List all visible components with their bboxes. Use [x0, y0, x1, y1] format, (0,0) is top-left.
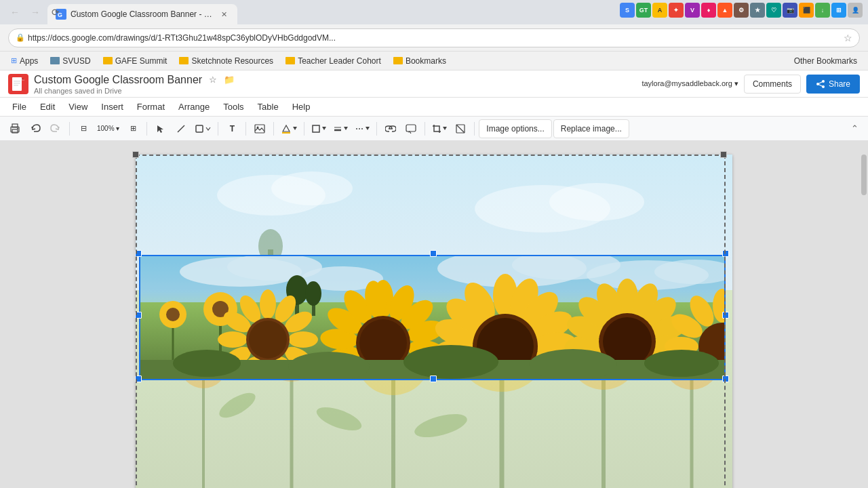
- handle-mr[interactable]: [722, 312, 729, 319]
- refresh-button[interactable]: ⟳: [46, 3, 65, 22]
- drawing-canvas: [136, 155, 732, 488]
- redo-button[interactable]: [46, 119, 65, 138]
- select-tool-button[interactable]: [151, 119, 170, 138]
- folder-location-icon[interactable]: 📁: [222, 73, 236, 87]
- menu-file[interactable]: File: [5, 99, 33, 115]
- zoom-in-button[interactable]: ⊞: [123, 119, 142, 138]
- bookmark-gafe[interactable]: GAFE Summit: [98, 55, 173, 67]
- crop-button[interactable]: [429, 119, 450, 138]
- lock-icon: 🔒: [16, 33, 25, 42]
- bookmark-apps[interactable]: ⊞ Apps: [5, 55, 43, 67]
- chevron-weight-icon: [344, 127, 348, 130]
- ext-icon-gt[interactable]: GT: [636, 3, 651, 18]
- separator-7: [376, 122, 377, 136]
- svg-point-76: [166, 308, 180, 321]
- menu-help[interactable]: Help: [285, 99, 317, 115]
- svg-rect-3: [14, 81, 20, 82]
- star-icon[interactable]: ☆: [206, 73, 220, 87]
- handle-ml[interactable]: [135, 312, 142, 319]
- border-weight-icon: [333, 124, 342, 134]
- line-icon: [176, 124, 186, 134]
- replace-image-button[interactable]: Replace image...: [553, 119, 629, 138]
- outer-handle-tl[interactable]: [132, 151, 139, 158]
- reset-image-button[interactable]: [451, 119, 470, 138]
- comment-button[interactable]: [401, 119, 420, 138]
- comment-icon: [406, 124, 416, 134]
- selected-crop-image: [139, 255, 726, 380]
- bookmark-sketchnote[interactable]: Sketchnote Resources: [174, 55, 279, 67]
- ext-icon-person[interactable]: 👤: [848, 3, 863, 18]
- image-tool-button[interactable]: [250, 119, 269, 138]
- other-bookmarks[interactable]: Other Bookmarks: [789, 55, 863, 67]
- link-button[interactable]: [381, 119, 400, 138]
- undo-button[interactable]: [26, 119, 45, 138]
- zoom-out-button[interactable]: ⊟: [74, 119, 93, 138]
- ext-icon-ext8[interactable]: 📷: [783, 3, 797, 18]
- ext-icon-ext2[interactable]: V: [685, 3, 700, 18]
- line-tool-button[interactable]: [172, 119, 191, 138]
- app-content: Custom Google Classroom Banner ☆ 📁 All c…: [0, 70, 868, 488]
- folder-icon-3: [179, 57, 189, 64]
- fill-color-button[interactable]: [278, 119, 300, 138]
- svg-rect-5: [14, 85, 18, 86]
- redo-icon: [50, 123, 61, 134]
- forward-button[interactable]: →: [26, 3, 45, 22]
- menu-format[interactable]: Format: [130, 99, 172, 115]
- svg-line-29: [456, 125, 465, 133]
- address-bar[interactable]: 🔒 https://docs.google.com/drawings/d/1-R…: [8, 28, 860, 47]
- handle-tc[interactable]: [430, 250, 437, 257]
- handle-bl[interactable]: [135, 375, 142, 382]
- comments-button[interactable]: Comments: [744, 75, 801, 94]
- border-color-icon: [311, 124, 321, 134]
- image-options-button[interactable]: Image options...: [479, 119, 551, 138]
- menu-table[interactable]: Table: [251, 99, 285, 115]
- print-button[interactable]: [5, 119, 24, 138]
- menu-edit[interactable]: Edit: [33, 99, 62, 115]
- print-icon: [9, 123, 20, 134]
- ext-icon-s[interactable]: S: [620, 3, 635, 18]
- share-button[interactable]: Share: [806, 75, 860, 94]
- ext-icon-ext9[interactable]: ⬛: [799, 3, 814, 18]
- text-tool-button[interactable]: T: [222, 119, 241, 138]
- shape-tool-button[interactable]: [192, 119, 214, 138]
- document-title[interactable]: Custom Google Classroom Banner: [34, 74, 202, 86]
- toolbar-collapse-button[interactable]: ⌃: [846, 121, 863, 137]
- ext-icon-ext4[interactable]: ▲: [717, 3, 732, 18]
- back-button[interactable]: ←: [5, 3, 24, 22]
- zoom-level-button[interactable]: 100% ▾: [94, 119, 122, 138]
- ext-icon-a[interactable]: A: [652, 3, 667, 18]
- border-color-button[interactable]: [309, 119, 329, 138]
- ext-icon-ext11[interactable]: ⊞: [831, 3, 846, 18]
- border-dash-button[interactable]: [352, 119, 372, 138]
- folder-icon-4: [285, 57, 295, 64]
- menu-arrange[interactable]: Arrange: [172, 99, 216, 115]
- bookmark-teacher[interactable]: Teacher Leader Cohort: [280, 55, 387, 67]
- bookmark-svusd[interactable]: SVUSD: [45, 55, 96, 67]
- menu-bar: File Edit View Insert Format Arrange Too…: [0, 98, 868, 117]
- home-button[interactable]: ⌂: [66, 3, 85, 22]
- handle-tr[interactable]: [722, 250, 729, 257]
- menu-view[interactable]: View: [62, 99, 94, 115]
- handle-tl[interactable]: [135, 250, 142, 257]
- handle-bc[interactable]: [430, 375, 437, 382]
- bookmark-bookmarks[interactable]: Bookmarks: [388, 55, 452, 67]
- user-email[interactable]: taylora@mysaddleback.org ▾: [642, 79, 738, 88]
- ext-icon-ext6[interactable]: ★: [750, 3, 765, 18]
- ext-icon-ext3[interactable]: ♦: [701, 3, 716, 18]
- ext-icon-ext7[interactable]: ♡: [766, 3, 781, 18]
- svg-rect-27: [406, 125, 416, 131]
- ext-icon-ext1[interactable]: ✦: [669, 3, 684, 18]
- menu-tools[interactable]: Tools: [216, 99, 250, 115]
- menu-insert[interactable]: Insert: [94, 99, 130, 115]
- scrollbar[interactable]: [860, 141, 868, 488]
- ext-icon-ext10[interactable]: ↓: [815, 3, 830, 18]
- canvas-area[interactable]: [0, 141, 868, 488]
- chevron-dash-icon: [366, 127, 370, 130]
- handle-br[interactable]: [722, 375, 729, 382]
- bookmark-star-icon[interactable]: ☆: [844, 33, 852, 43]
- outer-handle-tr[interactable]: [720, 151, 727, 158]
- ext-icon-ext5[interactable]: ⚙: [734, 3, 749, 18]
- scrollbar-thumb[interactable]: [861, 155, 867, 195]
- tab-close-button[interactable]: ✕: [218, 9, 229, 20]
- border-weight-button[interactable]: [330, 119, 351, 138]
